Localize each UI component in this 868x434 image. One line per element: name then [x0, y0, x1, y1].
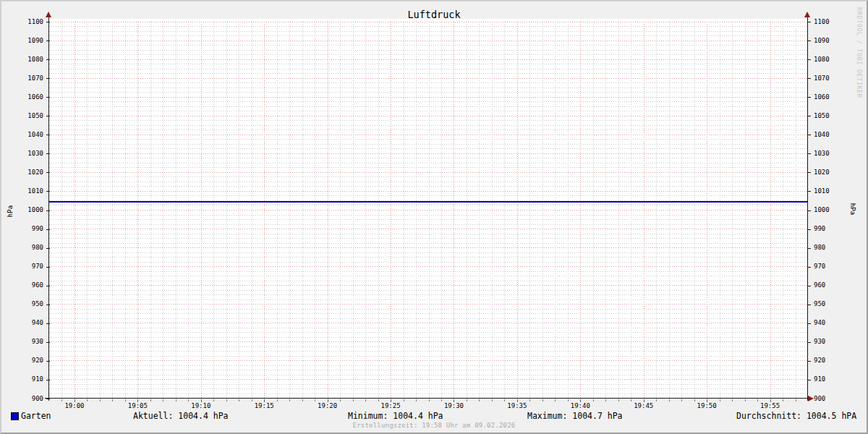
y-axis-label-left: 960 [14, 281, 43, 289]
x-axis-label: 19:55 [752, 402, 788, 410]
y-axis-label-left: 1030 [14, 150, 43, 158]
y-axis-label-left: 940 [14, 319, 43, 327]
y-axis-label-right: 980 [814, 244, 843, 252]
y-axis-right-line [807, 17, 808, 401]
y-axis-label-right: 940 [814, 319, 843, 327]
x-axis-label: 19:45 [626, 402, 662, 410]
axis-label-layer: 9009009109109209209309309409409509509609… [1, 1, 867, 433]
y-axis-label-left: 1100 [14, 18, 43, 26]
y-axis-label-right: 920 [814, 357, 843, 365]
y-axis-label-right: 1040 [814, 131, 843, 139]
y-axis-label-left: 930 [14, 338, 43, 346]
y-axis-label-left: 990 [14, 225, 43, 233]
y-axis-unit-right: hPa [848, 196, 857, 222]
y-axis-label-right: 910 [814, 375, 843, 383]
y-axis-label-right: 1080 [814, 56, 843, 64]
legend-maximum: Maximum: 1004.7 hPa [527, 412, 623, 421]
y-axis-label-right: 1010 [814, 187, 843, 195]
y-axis-label-left: 1050 [14, 112, 43, 120]
y-axis-left-line [48, 17, 49, 401]
x-axis-label: 19:05 [119, 402, 156, 410]
y-axis-label-right: 1100 [814, 18, 843, 26]
y-axis-label-left: 1070 [14, 75, 43, 82]
legend-aktuell: Aktuell: 1004.4 hPa [133, 412, 229, 421]
y-axis-label-left: 980 [14, 244, 43, 252]
x-axis-label: 19:10 [183, 402, 219, 410]
rrdtool-watermark: RRDTOOL / TOBI OETIKER [856, 7, 863, 98]
y-axis-label-right: 950 [814, 300, 843, 308]
y-axis-label-left: 970 [14, 263, 43, 271]
y-axis-label-left: 1020 [14, 169, 43, 176]
y-axis-label-right: 1060 [814, 93, 843, 101]
y-axis-label-left: 1080 [14, 56, 43, 64]
x-axis-label: 19:15 [246, 402, 282, 410]
y-axis-label-right: 990 [814, 225, 843, 233]
y-axis-label-left: 910 [14, 375, 43, 383]
legend-minimum: Minimum: 1004.4 hPa [348, 412, 443, 421]
y-axis-label-left: 920 [14, 357, 43, 365]
y-axis-label-right: 1070 [814, 75, 843, 82]
x-axis-label: 19:20 [310, 402, 346, 410]
y-axis-label-left: 1010 [14, 187, 43, 195]
creation-timestamp: Erstellungszeit: 19:58 Uhr am 09.02.2026 [1, 422, 867, 429]
y-axis-label-left: 950 [14, 300, 43, 308]
x-axis-label: 19:50 [689, 402, 725, 410]
legend-series-name: Garten [21, 412, 51, 421]
series-color-swatch [11, 412, 19, 420]
y-axis-label-right: 1030 [814, 150, 843, 158]
rrdtool-graph: Luftdruck 900900910910920920930930940940… [0, 0, 868, 434]
y-axis-label-right: 900 [814, 395, 843, 403]
y-axis-left-arrow-icon [46, 12, 51, 17]
y-axis-label-left: 1090 [14, 37, 43, 45]
x-axis-arrow-icon [808, 396, 814, 401]
y-axis-unit-left: hPa [6, 198, 14, 224]
y-axis-label-left: 1040 [14, 131, 43, 139]
x-axis-label: 19:00 [56, 402, 93, 410]
x-axis-label: 19:40 [562, 402, 598, 410]
y-axis-label-right: 1000 [814, 206, 843, 214]
y-axis-label-right: 930 [814, 338, 843, 346]
y-axis-label-right: 970 [814, 263, 843, 271]
y-axis-label-right: 960 [814, 281, 843, 289]
y-axis-label-left: 1000 [14, 206, 43, 214]
x-axis-label: 19:30 [435, 402, 472, 410]
x-axis-label: 19:25 [373, 402, 409, 410]
y-axis-label-right: 1090 [814, 37, 843, 45]
y-axis-label-right: 1050 [814, 112, 843, 120]
x-axis-line [45, 398, 809, 399]
x-axis-label: 19:35 [499, 402, 535, 410]
y-axis-label-left: 900 [14, 395, 43, 403]
legend-durchschnitt: Durchschnitt: 1004.5 hPA [736, 412, 856, 421]
y-axis-right-arrow-icon [804, 12, 810, 17]
y-axis-label-left: 1060 [14, 93, 43, 101]
y-axis-label-right: 1020 [814, 169, 843, 176]
